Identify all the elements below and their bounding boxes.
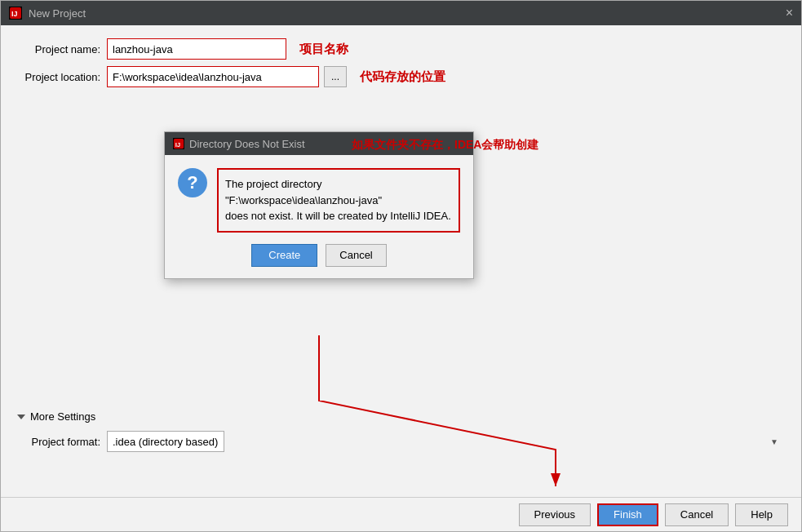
app-icon: IJ: [9, 7, 22, 20]
help-button[interactable]: Help: [735, 503, 788, 526]
project-location-input-wrap: ... 代码存放的位置: [107, 66, 785, 87]
more-settings-toggle[interactable]: More Settings: [17, 410, 785, 423]
more-settings-section: More Settings Project format: .idea (dir…: [1, 410, 801, 452]
bottom-bar: Previous Finish Cancel Help: [1, 497, 801, 531]
create-button[interactable]: Create: [251, 244, 317, 267]
dialog-cancel-button[interactable]: Cancel: [326, 244, 386, 267]
project-name-annotation: 项目名称: [299, 42, 348, 57]
title-bar: IJ New Project ×: [1, 1, 801, 25]
project-format-select[interactable]: .idea (directory based): [107, 431, 224, 452]
collapse-icon: [17, 415, 25, 419]
cancel-button[interactable]: Cancel: [665, 503, 729, 526]
project-location-annotation: 代码存放的位置: [360, 69, 445, 85]
main-window: IJ New Project × Project name: 项目名称 Proj…: [0, 0, 802, 532]
project-location-input[interactable]: [107, 66, 319, 87]
project-location-row: Project location: ... 代码存放的位置: [17, 66, 785, 87]
project-location-label: Project location:: [17, 71, 107, 83]
browse-button[interactable]: ...: [324, 66, 347, 87]
dialog-message: The project directory"F:\workspace\idea\…: [217, 168, 460, 233]
finish-button[interactable]: Finish: [597, 503, 658, 526]
dialog-title: Directory Does Not Exist: [189, 138, 305, 150]
dialog: IJ Directory Does Not Exist ? The projec…: [164, 131, 474, 279]
svg-text:IJ: IJ: [175, 141, 181, 149]
project-name-input-wrap: 项目名称: [107, 38, 785, 60]
dialog-app-icon: IJ: [173, 138, 184, 149]
project-name-label: Project name:: [17, 43, 107, 55]
more-settings-label: More Settings: [30, 410, 95, 423]
window-title: New Project: [29, 7, 86, 20]
dialog-buttons: Create Cancel: [165, 244, 473, 278]
window-content: Project name: 项目名称 Project location: ...…: [1, 25, 801, 497]
project-format-label: Project format:: [17, 436, 107, 448]
project-name-row: Project name: 项目名称: [17, 38, 785, 60]
dialog-annotation: 如果文件夹不存在，IDEA会帮助创建: [352, 138, 538, 153]
previous-button[interactable]: Previous: [519, 503, 592, 526]
project-format-select-wrap: .idea (directory based): [107, 431, 785, 452]
project-name-input[interactable]: [107, 38, 286, 60]
dialog-body: ? The project directory"F:\workspace\ide…: [165, 155, 473, 244]
title-bar-left: IJ New Project: [9, 7, 86, 20]
dialog-title-left: IJ Directory Does Not Exist: [173, 138, 305, 150]
project-format-row: Project format: .idea (directory based): [17, 431, 785, 452]
dialog-question-icon: ?: [178, 168, 207, 197]
close-button[interactable]: ×: [786, 6, 793, 20]
svg-text:IJ: IJ: [11, 10, 18, 18]
